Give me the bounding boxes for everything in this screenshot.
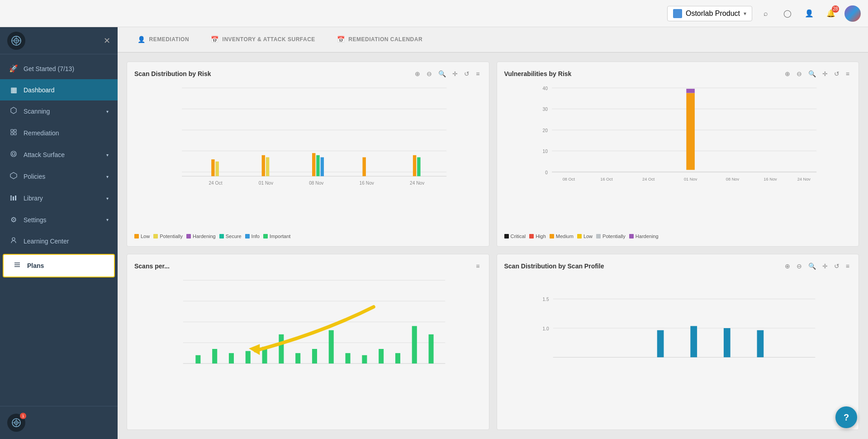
legend-low: Low — [134, 234, 150, 239]
legend-color — [245, 234, 250, 239]
sidebar-item-get-started[interactable]: 🚀 Get Started (7/13) — [0, 58, 118, 79]
legend-label: Important — [270, 234, 290, 239]
vuln-risk-svg: 40 30 20 10 0 08 Oct — [504, 84, 852, 201]
svg-rect-6 — [11, 133, 13, 135]
svg-rect-82 — [362, 355, 367, 363]
tab-calendar[interactable]: 📅 REMEDIATION CALENDAR — [326, 27, 433, 52]
product-icon — [673, 9, 682, 18]
notification-button[interactable]: 🔔 28 — [823, 5, 839, 22]
sidebar-item-attack-surface[interactable]: Attack Surface ▾ — [0, 144, 118, 166]
menu-btn[interactable]: ≡ — [844, 69, 851, 78]
svg-rect-73 — [212, 349, 217, 363]
zoom-btn[interactable]: 🔍 — [806, 262, 818, 271]
legend-hardening: Hardening — [186, 234, 216, 239]
svg-rect-75 — [246, 351, 251, 364]
reset-btn[interactable]: ↺ — [832, 262, 841, 271]
zoom-out-btn[interactable]: ⊖ — [795, 69, 804, 78]
zoom-out-btn[interactable]: ⊖ — [795, 262, 804, 271]
svg-rect-78 — [295, 353, 300, 363]
svg-rect-94 — [690, 326, 697, 357]
legend-label: Potentially — [160, 234, 183, 239]
user-button[interactable]: 👤 — [801, 5, 817, 22]
search-button[interactable]: ⌕ — [758, 5, 774, 22]
reset-btn[interactable]: ↺ — [462, 69, 471, 78]
svg-text:10: 10 — [542, 149, 548, 154]
shield-button[interactable]: ◯ — [779, 5, 796, 22]
scan-distribution-chart: Scan Distribution by Risk ⊕ ⊖ 🔍 ✛ ↺ ≡ — [127, 62, 489, 247]
svg-rect-45 — [413, 155, 416, 176]
logo-icon — [7, 32, 25, 50]
menu-btn[interactable]: ≡ — [474, 262, 481, 271]
svg-text:24 Nov: 24 Nov — [797, 177, 811, 181]
scan-profile-chart: Scan Distribution by Scan Profile ⊕ ⊖ 🔍 … — [497, 254, 859, 430]
remediation-tab-icon: 👤 — [138, 36, 146, 43]
zoom-btn[interactable]: 🔍 — [436, 69, 448, 78]
sidebar-item-label: Dashboard — [24, 86, 55, 94]
calendar-tab-icon: 📅 — [337, 36, 345, 43]
move-btn[interactable]: ✛ — [821, 69, 830, 78]
legend-label: Medium — [556, 234, 574, 239]
sidebar-item-label: Plans — [27, 262, 44, 269]
svg-text:08 Nov: 08 Nov — [309, 181, 324, 186]
notification-badge: 28 — [832, 5, 839, 13]
svg-rect-44 — [362, 157, 365, 177]
product-selector[interactable]: Ostorlab Product ▾ — [667, 6, 752, 21]
sidebar-item-learning-center[interactable]: Learning Center — [0, 230, 118, 252]
chevron-icon: ▾ — [106, 153, 109, 157]
chevron-icon: ▾ — [106, 174, 109, 179]
legend-label: High — [536, 234, 546, 239]
svg-rect-79 — [312, 349, 317, 363]
move-btn[interactable]: ✛ — [451, 69, 460, 78]
chart-header: Scan Distribution by Scan Profile ⊕ ⊖ 🔍 … — [504, 262, 852, 271]
sidebar-item-library[interactable]: Library ▾ — [0, 187, 118, 209]
svg-rect-40 — [266, 157, 269, 177]
sidebar-item-dashboard[interactable]: ▦ Dashboard — [0, 79, 118, 100]
zoom-in-btn[interactable]: ⊕ — [413, 69, 422, 78]
chart-title: Vulnerabilities by Risk — [504, 70, 572, 77]
reset-btn[interactable]: ↺ — [832, 69, 841, 78]
close-sidebar-button[interactable]: ✕ — [104, 36, 110, 46]
svg-rect-42 — [316, 155, 319, 176]
move-btn[interactable]: ✛ — [821, 262, 830, 271]
svg-rect-65 — [686, 93, 695, 170]
zoom-btn[interactable]: 🔍 — [806, 69, 818, 78]
tab-label: REMEDIATION — [149, 36, 190, 43]
svg-rect-38 — [215, 162, 218, 177]
svg-text:0: 0 — [545, 170, 548, 175]
footer-avatar[interactable]: 1 — [7, 414, 25, 432]
zoom-in-btn[interactable]: ⊕ — [783, 262, 792, 271]
svg-marker-10 — [10, 172, 17, 179]
tab-inventory[interactable]: 📅 INVENTORY & ATTACK SURFACE — [200, 27, 326, 52]
svg-text:30: 30 — [542, 107, 548, 112]
sidebar-item-settings[interactable]: ⚙ Settings ▾ — [0, 209, 118, 230]
svg-rect-66 — [686, 89, 695, 93]
legend-color — [263, 234, 268, 239]
menu-btn[interactable]: ≡ — [474, 69, 481, 78]
chart-title: Scan Distribution by Risk — [134, 70, 211, 77]
legend-color — [186, 234, 191, 239]
sidebar-item-scanning[interactable]: Scanning ▾ — [0, 100, 118, 122]
help-button[interactable]: ? — [835, 406, 857, 428]
menu-btn[interactable]: ≡ — [844, 262, 851, 271]
sidebar-item-plans[interactable]: Plans — [3, 254, 115, 277]
chart-header: Scans per... ≡ — [134, 262, 482, 271]
legend-high: High — [529, 234, 546, 239]
svg-text:24 Oct: 24 Oct — [642, 177, 655, 181]
tab-remediation[interactable]: 👤 REMEDIATION — [127, 27, 200, 52]
product-label: Ostorlab Product — [686, 10, 740, 18]
legend-color — [629, 234, 634, 239]
sidebar-item-remediation[interactable]: Remediation — [0, 122, 118, 144]
footer-notification-badge: 1 — [20, 413, 26, 419]
zoom-out-btn[interactable]: ⊖ — [425, 69, 434, 78]
sidebar-item-policies[interactable]: Policies ▾ — [0, 166, 118, 187]
svg-rect-16 — [15, 199, 16, 200]
sidebar-item-label: Attack Surface — [24, 151, 65, 158]
svg-point-8 — [11, 151, 16, 157]
svg-rect-72 — [195, 355, 200, 363]
chart-legend: Low Potentially Hardening Secure — [134, 234, 482, 239]
user-avatar[interactable] — [844, 5, 861, 22]
svg-rect-81 — [346, 353, 351, 363]
tab-label: REMEDIATION CALENDAR — [348, 36, 422, 43]
dashboard-icon: ▦ — [9, 86, 18, 94]
zoom-in-btn[interactable]: ⊕ — [783, 69, 792, 78]
